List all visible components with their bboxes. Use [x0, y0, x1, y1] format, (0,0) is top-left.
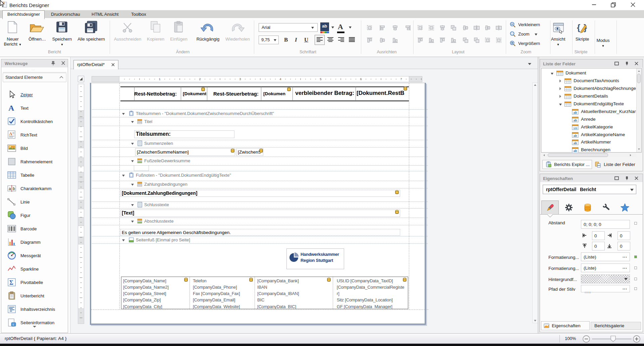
svg-text:1: 1: [159, 77, 160, 81]
svg-text:a: a: [9, 186, 11, 191]
svg-text:ab: ab: [574, 149, 577, 153]
svg-text:A: A: [9, 131, 12, 136]
svg-text:5: 5: [320, 77, 321, 81]
svg-text:2: 2: [199, 77, 201, 81]
svg-text:Σ: Σ: [9, 279, 13, 286]
svg-text:{: {: [577, 22, 580, 33]
svg-text:7: 7: [400, 77, 402, 81]
svg-text:123: 123: [573, 127, 577, 129]
svg-text:4: 4: [279, 77, 281, 81]
svg-text:6: 6: [360, 77, 362, 81]
svg-text:b: b: [13, 186, 15, 191]
svg-text:ab: ab: [574, 134, 577, 137]
svg-text:3: 3: [239, 77, 241, 81]
svg-text:ab: ab: [574, 141, 577, 145]
svg-text:A: A: [8, 104, 14, 112]
svg-text:ab: ab: [574, 111, 577, 114]
svg-text:ab: ab: [574, 119, 577, 122]
